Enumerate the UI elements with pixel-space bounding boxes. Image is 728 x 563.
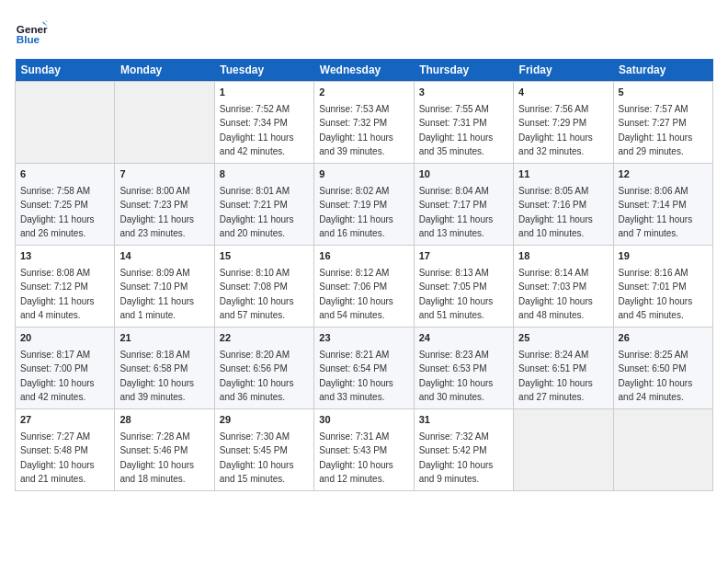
day-number: 8: [220, 167, 309, 182]
calendar-cell: [514, 408, 613, 490]
day-number: 28: [119, 413, 209, 428]
sunrise-info: Sunrise: 8:00 AM: [119, 186, 189, 196]
calendar-cell: 1Sunrise: 7:52 AMSunset: 7:34 PMDaylight…: [214, 82, 313, 164]
sunset-info: Sunset: 5:45 PM: [220, 445, 288, 455]
sunrise-info: Sunrise: 8:16 AM: [619, 268, 688, 278]
sunrise-info: Sunrise: 8:04 AM: [419, 186, 489, 196]
daylight-info: Daylight: 10 hours and 9 minutes.: [419, 460, 494, 485]
col-header-sunday: Sunday: [16, 59, 115, 82]
day-number: 6: [20, 167, 109, 182]
sunset-info: Sunset: 7:27 PM: [619, 118, 687, 128]
calendar-cell: 2Sunrise: 7:53 AMSunset: 7:32 PMDaylight…: [314, 82, 414, 164]
sunrise-info: Sunrise: 8:13 AM: [419, 268, 489, 278]
sunset-info: Sunset: 7:14 PM: [619, 200, 687, 210]
day-number: 20: [20, 331, 109, 346]
day-number: 5: [619, 86, 708, 100]
sunset-info: Sunset: 7:01 PM: [619, 282, 687, 292]
day-number: 4: [518, 86, 608, 100]
sunrise-info: Sunrise: 8:01 AM: [220, 186, 290, 196]
sunrise-info: Sunrise: 8:20 AM: [220, 350, 290, 360]
calendar-cell: 14Sunrise: 8:09 AMSunset: 7:10 PMDayligh…: [115, 245, 214, 327]
sunset-info: Sunset: 7:31 PM: [419, 118, 487, 128]
col-header-monday: Monday: [115, 59, 214, 82]
daylight-info: Daylight: 11 hours and 39 minutes.: [319, 132, 393, 157]
daylight-info: Daylight: 10 hours and 30 minutes.: [419, 378, 494, 403]
daylight-info: Daylight: 11 hours and 29 minutes.: [619, 132, 693, 157]
daylight-info: Daylight: 10 hours and 12 minutes.: [319, 460, 393, 485]
calendar-cell: 29Sunrise: 7:30 AMSunset: 5:45 PMDayligh…: [214, 408, 313, 490]
daylight-info: Daylight: 11 hours and 10 minutes.: [518, 214, 593, 239]
sunrise-info: Sunrise: 8:05 AM: [518, 186, 588, 196]
sunset-info: Sunset: 5:42 PM: [419, 445, 487, 455]
sunset-info: Sunset: 7:32 PM: [319, 118, 387, 128]
calendar-cell: [613, 408, 712, 490]
sunset-info: Sunset: 5:46 PM: [119, 445, 188, 455]
sunset-info: Sunset: 7:17 PM: [419, 200, 487, 210]
sunrise-info: Sunrise: 7:56 AM: [518, 104, 588, 114]
daylight-info: Daylight: 10 hours and 36 minutes.: [220, 378, 294, 403]
sunrise-info: Sunrise: 8:18 AM: [119, 350, 189, 360]
col-header-thursday: Thursday: [414, 59, 513, 82]
calendar-cell: 10Sunrise: 8:04 AMSunset: 7:17 PMDayligh…: [414, 163, 513, 245]
daylight-info: Daylight: 10 hours and 48 minutes.: [518, 296, 593, 321]
calendar-cell: 18Sunrise: 8:14 AMSunset: 7:03 PMDayligh…: [514, 245, 613, 327]
calendar-table: SundayMondayTuesdayWednesdayThursdayFrid…: [15, 59, 713, 491]
sunrise-info: Sunrise: 8:23 AM: [419, 350, 489, 360]
calendar-cell: [16, 82, 115, 164]
calendar-cell: 21Sunrise: 8:18 AMSunset: 6:58 PMDayligh…: [115, 327, 214, 408]
sunrise-info: Sunrise: 7:58 AM: [20, 186, 90, 196]
day-number: 26: [619, 331, 708, 346]
calendar-cell: 16Sunrise: 8:12 AMSunset: 7:06 PMDayligh…: [314, 245, 414, 327]
daylight-info: Daylight: 11 hours and 20 minutes.: [220, 214, 294, 239]
page-header: General Blue: [15, 15, 713, 48]
sunrise-info: Sunrise: 7:57 AM: [619, 104, 688, 114]
sunrise-info: Sunrise: 7:32 AM: [419, 431, 489, 442]
daylight-info: Daylight: 10 hours and 18 minutes.: [119, 460, 194, 485]
day-number: 9: [319, 167, 408, 182]
daylight-info: Daylight: 11 hours and 13 minutes.: [419, 214, 494, 239]
calendar-cell: 26Sunrise: 8:25 AMSunset: 6:50 PMDayligh…: [613, 327, 712, 408]
sunrise-info: Sunrise: 8:12 AM: [319, 268, 389, 278]
day-number: 19: [619, 249, 708, 264]
day-number: 14: [119, 249, 209, 264]
sunset-info: Sunset: 7:06 PM: [319, 282, 387, 292]
calendar-cell: 22Sunrise: 8:20 AMSunset: 6:56 PMDayligh…: [214, 327, 313, 408]
sunrise-info: Sunrise: 8:06 AM: [619, 186, 688, 196]
calendar-cell: 4Sunrise: 7:56 AMSunset: 7:29 PMDaylight…: [514, 82, 613, 164]
sunset-info: Sunset: 6:53 PM: [419, 363, 487, 373]
day-number: 1: [220, 86, 309, 100]
sunset-info: Sunset: 7:29 PM: [518, 118, 586, 128]
sunrise-info: Sunrise: 7:28 AM: [119, 431, 189, 442]
sunrise-info: Sunrise: 7:31 AM: [319, 431, 389, 442]
sunrise-info: Sunrise: 8:17 AM: [20, 350, 90, 360]
calendar-cell: 17Sunrise: 8:13 AMSunset: 7:05 PMDayligh…: [414, 245, 513, 327]
sunrise-info: Sunrise: 8:02 AM: [319, 186, 389, 196]
sunrise-info: Sunrise: 7:53 AM: [319, 104, 389, 114]
sunrise-info: Sunrise: 8:24 AM: [518, 350, 588, 360]
daylight-info: Daylight: 10 hours and 27 minutes.: [518, 378, 593, 403]
day-number: 22: [220, 331, 309, 346]
daylight-info: Daylight: 10 hours and 45 minutes.: [619, 296, 693, 321]
day-number: 15: [220, 249, 309, 264]
calendar-cell: 19Sunrise: 8:16 AMSunset: 7:01 PMDayligh…: [613, 245, 712, 327]
daylight-info: Daylight: 11 hours and 7 minutes.: [619, 214, 693, 239]
sunset-info: Sunset: 7:12 PM: [20, 282, 88, 292]
sunset-info: Sunset: 6:58 PM: [119, 363, 188, 373]
sunset-info: Sunset: 7:05 PM: [419, 282, 487, 292]
logo: General Blue: [15, 15, 51, 48]
calendar-cell: 28Sunrise: 7:28 AMSunset: 5:46 PMDayligh…: [115, 408, 214, 490]
day-number: 2: [319, 86, 408, 100]
sunrise-info: Sunrise: 8:21 AM: [319, 350, 389, 360]
day-number: 13: [20, 249, 109, 264]
day-number: 25: [518, 331, 608, 346]
sunset-info: Sunset: 7:03 PM: [518, 282, 586, 292]
sunset-info: Sunset: 6:50 PM: [619, 363, 687, 373]
sunset-info: Sunset: 7:21 PM: [220, 200, 288, 210]
calendar-cell: [115, 82, 214, 164]
day-number: 3: [419, 86, 508, 100]
day-number: 12: [619, 167, 708, 182]
sunset-info: Sunset: 7:23 PM: [119, 200, 188, 210]
calendar-cell: 8Sunrise: 8:01 AMSunset: 7:21 PMDaylight…: [214, 163, 313, 245]
daylight-info: Daylight: 10 hours and 42 minutes.: [20, 378, 95, 403]
col-header-wednesday: Wednesday: [314, 59, 414, 82]
